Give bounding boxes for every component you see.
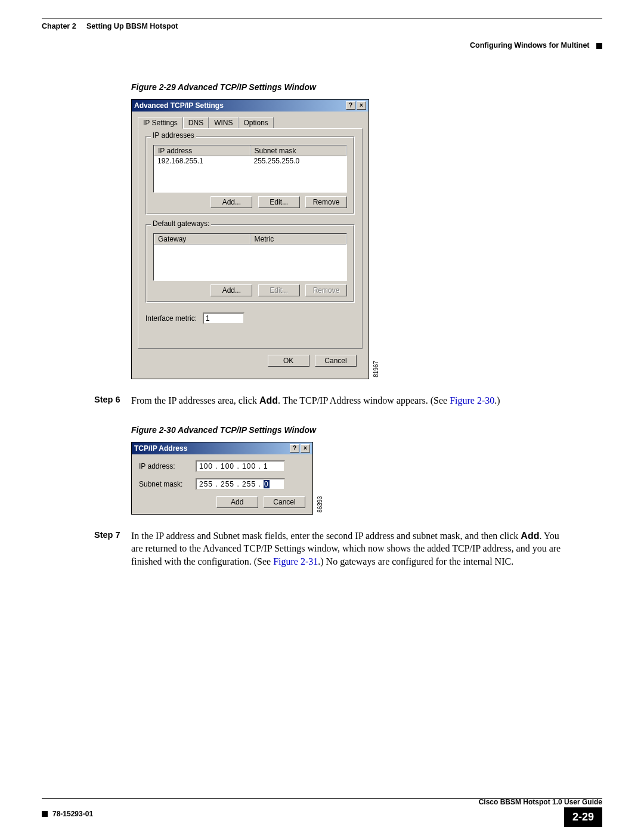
ip-remove-button[interactable]: Remove [305,196,347,208]
ip-address-label: IP address: [139,462,196,470]
section-title: Configuring Windows for Multinet [470,41,590,49]
step-7-text: In the IP address and Subnet mask fields… [131,529,602,568]
ip-group-legend: IP addresses [151,131,196,140]
dialog2-titlebar: TCP/IP Address ? × [132,442,312,454]
figure2-id-label: 86393 [317,496,323,513]
step-6-label: Step 6 [94,394,131,407]
footer-marker-icon [42,811,48,817]
tab-options[interactable]: Options [239,117,274,129]
dialog-title: Advanced TCP/IP Settings [134,101,224,110]
tcpip-address-dialog: TCP/IP Address ? × IP address: 100 . 100… [131,442,313,515]
close-icon[interactable]: × [357,101,366,110]
header-marker-icon [596,43,602,49]
footer-docnum: 78-15293-01 [52,810,93,818]
cancel-button[interactable]: Cancel [264,496,305,508]
ok-button[interactable]: OK [268,355,309,367]
col-subnet-mask: Subnet mask [250,145,347,156]
footer-guide-title: Cisco BBSM Hotspot 1.0 User Guide [479,798,602,806]
tab-dns[interactable]: DNS [183,117,209,129]
tab-panel: IP addresses IP address Subnet mask 192.… [138,128,363,349]
close-icon[interactable]: × [301,444,310,453]
ip-address-input[interactable]: 100 . 100 . 100 . 1 [196,460,285,472]
subnet-mask-label: Subnet mask: [139,480,196,488]
figure-id-label: 81967 [373,361,379,377]
cancel-button[interactable]: Cancel [315,355,357,367]
help-icon[interactable]: ? [290,444,299,453]
gw-remove-button: Remove [305,284,347,296]
page-footer: Cisco BBSM Hotspot 1.0 User Guide 78-152… [42,798,602,818]
gw-add-button[interactable]: Add... [210,284,252,296]
col-ip-address: IP address [154,145,250,156]
col-gateway: Gateway [154,234,250,244]
cell-mask: 255.255.255.0 [250,156,347,166]
cell-ip: 192.168.255.1 [154,156,250,166]
tab-wins[interactable]: WINS [209,117,238,129]
step-6-text: From the IP addresses area, click Add. T… [131,394,602,407]
col-metric: Metric [250,234,347,244]
ip-addresses-group: IP addresses IP address Subnet mask 192.… [145,136,355,215]
figure-2-30-link[interactable]: Figure 2-30 [450,395,494,405]
tab-strip: IP Settings DNS WINS Options [138,116,363,128]
subnet-mask-input[interactable]: 255 . 255 . 255 . 0 [196,478,285,490]
gateways-group: Default gateways: Gateway Metric Add... … [145,224,355,303]
header-section: Configuring Windows for Multinet [470,41,602,49]
dialog-titlebar: Advanced TCP/IP Settings ? × [132,100,369,112]
gw-group-legend: Default gateways: [151,219,211,228]
header-chapter: Chapter 2 Setting Up BBSM Hotspot [42,22,178,30]
advanced-tcpip-dialog: Advanced TCP/IP Settings ? × IP Settings… [131,99,369,379]
help-icon[interactable]: ? [346,101,355,110]
step-7-label: Step 7 [94,529,131,568]
tab-ip-settings[interactable]: IP Settings [138,117,183,129]
step-6: Step 6 From the IP addresses area, click… [94,394,602,407]
interface-metric-input[interactable]: 1 [203,312,244,324]
table-row[interactable]: 192.168.255.1 255.255.255.0 [154,156,346,166]
gw-listbox[interactable]: Gateway Metric [153,233,347,281]
chapter-title: Setting Up BBSM Hotspot [86,22,178,30]
figure-2-caption: Figure 2-30 Advanced TCP/IP Settings Win… [131,425,602,435]
add-button[interactable]: Add [216,496,258,508]
figure-1-caption: Figure 2-29 Advanced TCP/IP Settings Win… [131,82,602,92]
figure-2-31-link[interactable]: Figure 2-31 [273,556,318,566]
ip-edit-button[interactable]: Edit... [258,196,300,208]
chapter-number: Chapter 2 [42,22,76,30]
page-number: 2-29 [564,807,602,827]
step-7: Step 7 In the IP address and Subnet mask… [94,529,602,568]
interface-metric-label: Interface metric: [145,314,197,323]
dialog2-title: TCP/IP Address [134,444,187,453]
gw-edit-button: Edit... [258,284,300,296]
ip-listbox[interactable]: IP address Subnet mask 192.168.255.1 255… [153,145,347,193]
ip-add-button[interactable]: Add... [210,196,252,208]
